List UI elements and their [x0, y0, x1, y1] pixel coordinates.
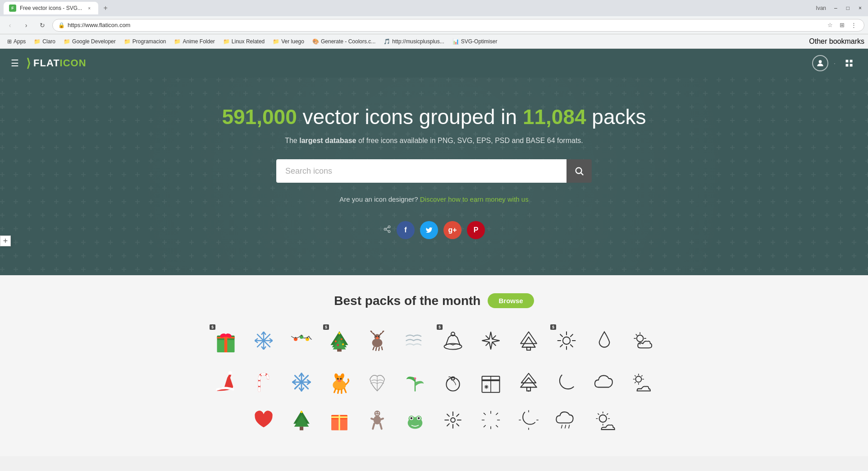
svg-line-6: [581, 173, 583, 175]
forward-button[interactable]: ›: [20, 19, 32, 32]
search-input[interactable]: [276, 159, 566, 183]
bookmark-claro[interactable]: 📁 Claro: [30, 37, 59, 46]
icon-cell-ornament[interactable]: [435, 364, 471, 400]
menu-icon[interactable]: ⋮: [849, 20, 859, 30]
back-button[interactable]: ‹: [4, 19, 16, 32]
svg-rect-15: [217, 337, 235, 338]
svg-line-71: [571, 334, 573, 337]
other-bookmarks-label: Other bookmarks: [809, 37, 864, 45]
pinterest-button[interactable]: P: [467, 221, 485, 239]
icon-cell-cloud-rain[interactable]: [548, 402, 585, 438]
icon-cell-gingerbread[interactable]: [359, 402, 395, 438]
svg-line-78: [636, 334, 637, 335]
svg-line-139: [380, 424, 382, 429]
icon-cell-snow-hat[interactable]: $: [435, 323, 471, 359]
address-bar[interactable]: 🔒 https://www.flaticon.com ☆ ⊞ ⋮: [52, 19, 864, 32]
google-plus-button[interactable]: g+: [443, 221, 461, 239]
svg-line-57: [486, 336, 489, 339]
refresh-button[interactable]: ↻: [36, 19, 49, 32]
icon-cell-wind[interactable]: [397, 323, 433, 359]
icon-cell-lights[interactable]: [283, 323, 320, 359]
hamburger-menu-button[interactable]: ☰: [11, 58, 19, 69]
svg-point-117: [528, 390, 529, 392]
icon-cell-dog[interactable]: [321, 364, 357, 400]
icon-cell-star-outline[interactable]: [473, 402, 509, 438]
search-button[interactable]: [566, 159, 592, 183]
bookmark-ver-luego[interactable]: 📁 Ver luego: [269, 37, 308, 46]
svg-line-154: [457, 424, 459, 426]
icon-cell-santa-hat[interactable]: [208, 364, 244, 400]
icon-cell-present-flat[interactable]: [321, 402, 357, 438]
tab-close-icon[interactable]: ×: [86, 5, 93, 12]
svg-point-8: [384, 228, 386, 231]
svg-line-155: [457, 414, 459, 416]
maximize-button[interactable]: □: [844, 4, 852, 12]
svg-line-171: [565, 425, 566, 429]
icon-cell-frog[interactable]: [397, 402, 433, 438]
bookmark-coolors[interactable]: 🎨 Generate - Coolors.c...: [309, 37, 379, 46]
float-add-button[interactable]: +: [0, 236, 11, 246]
svg-line-11: [386, 227, 388, 229]
icon-cell-partly-cloudy[interactable]: [624, 323, 660, 359]
social-bar: f g+ P: [9, 221, 859, 239]
bookmark-star-icon[interactable]: ☆: [825, 20, 835, 30]
twitter-button[interactable]: [420, 221, 438, 239]
other-bookmarks[interactable]: Other bookmarks: [809, 37, 864, 46]
anime-bookmark-icon: 📁: [174, 38, 181, 45]
icon-cell-gift[interactable]: $: [208, 323, 244, 359]
icon-cell-star[interactable]: [473, 323, 509, 359]
user-account-button[interactable]: [812, 55, 828, 71]
bookmark-musicplus-label: http://musicplusplus...: [392, 38, 444, 45]
bookmark-programacion[interactable]: 📁 Programacion: [120, 37, 170, 46]
designer-link[interactable]: Discover how to earn money with us: [420, 195, 529, 203]
icon-cell-pine[interactable]: [511, 323, 547, 359]
google-dev-bookmark-icon: 📁: [64, 38, 70, 45]
site-logo[interactable]: ⟩ FLATICON: [26, 56, 87, 70]
close-button[interactable]: ×: [856, 4, 864, 12]
icon-cell-feather[interactable]: [359, 364, 395, 400]
bookmark-musicplus[interactable]: 🎵 http://musicplusplus...: [380, 37, 448, 46]
icon-cell-sun-outline[interactable]: [586, 402, 622, 438]
icon-cell-pine-outline[interactable]: [511, 364, 547, 400]
svg-line-100: [334, 389, 336, 392]
minimize-button[interactable]: –: [831, 4, 840, 12]
bookmark-svg-optimiser[interactable]: 📊 SVG-Optimiser: [449, 37, 501, 46]
icon-cell-drop[interactable]: [586, 323, 622, 359]
icon-cell-sun-cloud[interactable]: [624, 364, 660, 400]
svg-line-170: [562, 425, 562, 429]
section-title: Best packs of the month: [334, 294, 480, 308]
bookmark-anime[interactable]: 📁 Anime Folder: [170, 37, 218, 46]
icon-cell-snowflake-blue[interactable]: [283, 364, 320, 400]
user-separator: ·: [834, 60, 836, 67]
ver-luego-bookmark-icon: 📁: [273, 38, 279, 45]
browser-tab[interactable]: F Free vector icons - SVG... ×: [4, 2, 98, 14]
icon-cell-sun[interactable]: $: [548, 323, 585, 359]
svg-point-45: [342, 343, 344, 345]
extensions-icon[interactable]: ⊞: [837, 20, 847, 30]
tab-title: Free vector icons - SVG...: [20, 5, 82, 11]
icon-cell-moon[interactable]: [548, 364, 585, 400]
new-tab-button[interactable]: +: [100, 3, 111, 14]
icon-cell-crescent[interactable]: [511, 402, 547, 438]
logo-text: FLATICON: [33, 57, 87, 69]
designer-cta: Are you an icon designer? Discover how t…: [9, 195, 859, 203]
bookmark-apps[interactable]: ⊞ Apps: [4, 37, 29, 46]
facebook-button[interactable]: f: [397, 221, 415, 239]
claro-bookmark-icon: 📁: [34, 38, 41, 45]
icon-cell-reindeer[interactable]: [359, 323, 395, 359]
icon-cell-sparkle[interactable]: [435, 402, 471, 438]
svg-line-172: [569, 425, 570, 429]
icon-cell-plant[interactable]: [397, 364, 433, 400]
icon-cell-candy-cane[interactable]: [246, 364, 282, 400]
icon-cell-heart[interactable]: [246, 402, 282, 438]
bookmark-linux[interactable]: 📁 Linux Related: [219, 37, 268, 46]
grid-view-button[interactable]: [841, 55, 857, 71]
icon-cell-cloud[interactable]: [586, 364, 622, 400]
icon-cell-tree-flat[interactable]: [283, 402, 320, 438]
browse-button[interactable]: Browse: [488, 293, 534, 308]
icon-pack-row-1: $: [208, 323, 433, 359]
bookmark-google-dev[interactable]: 📁 Google Developer: [60, 37, 119, 46]
icon-cell-snowflake[interactable]: [246, 323, 282, 359]
icon-cell-tree[interactable]: $: [321, 323, 357, 359]
icon-cell-gift-outline[interactable]: [473, 364, 509, 400]
